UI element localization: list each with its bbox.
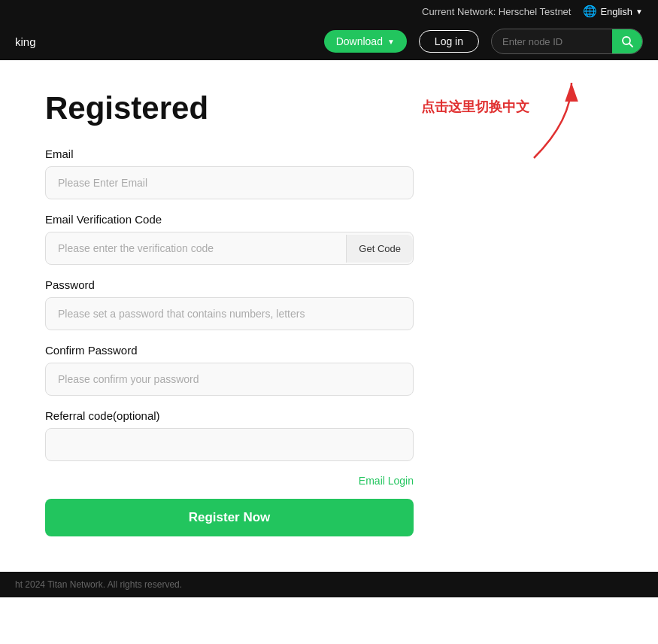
download-button[interactable]: Download ▼ — [324, 30, 407, 53]
referral-label: Referral code(optional) — [45, 409, 613, 422]
main-content: Registered 点击这里切换中文 Email Email Verifica… — [0, 60, 658, 572]
referral-input[interactable]: yuLDvR — [45, 428, 414, 461]
referral-field-group: Referral code(optional) yuLDvR — [45, 409, 613, 461]
download-label: Download — [336, 35, 383, 47]
verification-label: Email Verification Code — [45, 213, 613, 226]
password-field-group: Password — [45, 278, 613, 330]
annotation-arrow — [526, 75, 587, 169]
register-label: Register Now — [189, 510, 271, 524]
ribbon-text: Powered byTitanContainer — [617, 0, 658, 19]
confirm-password-field-group: Confirm Password — [45, 344, 613, 396]
verification-input[interactable] — [46, 232, 346, 264]
nav-bar: king Download ▼ Log in — [0, 23, 658, 60]
nav-staking-label: king — [15, 35, 36, 48]
annotation-text: 点击这里切换中文 — [421, 98, 529, 117]
confirm-password-label: Confirm Password — [45, 344, 613, 357]
footer-text: ht 2024 Titan Network. All rights reserv… — [15, 579, 182, 590]
get-code-label: Get Code — [359, 243, 401, 254]
powered-by-ribbon: Powered byTitanContainer — [590, 0, 658, 68]
top-bar: Current Network: Herschel Testnet 🌐 Engl… — [0, 0, 658, 23]
register-now-button[interactable]: Register Now — [45, 499, 414, 536]
get-code-button[interactable]: Get Code — [346, 235, 413, 263]
verification-input-row: Get Code — [45, 232, 414, 265]
verification-field-group: Email Verification Code Get Code — [45, 213, 613, 265]
login-button[interactable]: Log in — [419, 30, 479, 53]
chevron-down-icon: ▼ — [387, 38, 395, 46]
email-input[interactable] — [45, 166, 414, 199]
email-login-link[interactable]: Email Login — [45, 475, 414, 487]
login-label: Log in — [435, 35, 463, 47]
footer: ht 2024 Titan Network. All rights reserv… — [0, 572, 658, 597]
network-label: Current Network: Herschel Testnet — [422, 6, 571, 17]
confirm-password-input[interactable] — [45, 363, 414, 396]
password-label: Password — [45, 278, 613, 291]
password-input[interactable] — [45, 297, 414, 330]
